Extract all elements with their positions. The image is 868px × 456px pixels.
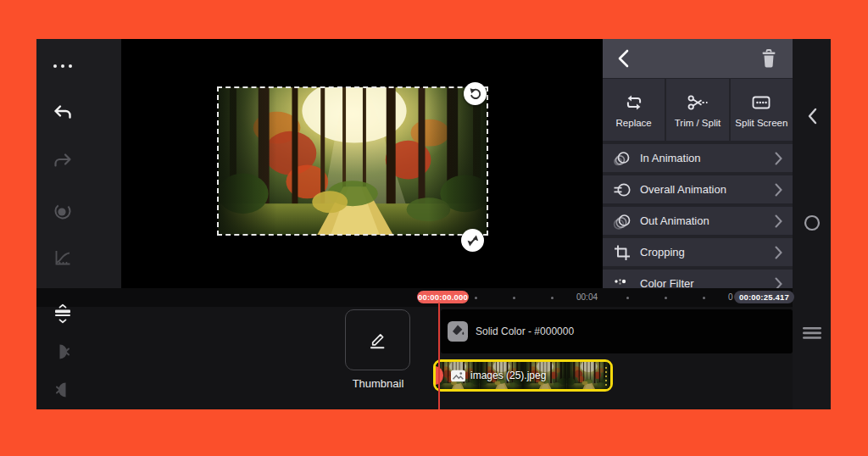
image-clip-selected[interactable]: images (25).jpeg [433,359,613,392]
trim-split-label: Trim / Split [675,118,721,128]
panel-item-in-animation[interactable]: In Animation [603,144,793,172]
chevron-right-icon [775,246,782,259]
replace-label: Replace [616,118,652,128]
clip-drag-dots[interactable] [605,367,607,386]
playhead[interactable] [438,303,440,409]
media-menu-button[interactable] [799,320,825,346]
jump-to-start-button[interactable] [44,333,81,370]
split-screen-icon [750,92,772,113]
keyframe-curve-icon [53,247,73,268]
panel-item-overall-animation[interactable]: Overall Animation [603,175,793,203]
solid-color-icon [448,321,468,342]
ruler-time-label: 00:04 [576,292,598,302]
left-toolbar [36,39,121,288]
timeline-expand-button[interactable] [44,295,81,332]
rotate-handle[interactable] [464,82,487,105]
solid-color-clip-label: Solid Color - #000000 [476,325,574,337]
panel-item-out-animation[interactable]: Out Animation [603,207,793,235]
record-circle-icon [804,214,821,231]
thumbnail-button[interactable] [345,309,410,370]
overall-animation-icon [613,181,632,198]
chevron-right-icon [775,183,782,197]
timeline-ruler[interactable]: 00:04 0 00:00:00.000 00:00:25.417 [36,288,793,307]
selected-image-layer[interactable] [218,87,487,235]
image-clip-label: images (25).jpeg [470,370,546,381]
panel-item-label: Out Animation [640,214,775,227]
capture-button[interactable] [44,192,81,230]
ruler-tick [551,297,554,299]
panel-header [603,39,793,78]
ruler-time-label-partial: 0 [728,292,733,302]
resize-arrows-icon [466,234,480,247]
chevron-left-icon [807,108,817,125]
collapse-panel-button[interactable] [799,103,825,129]
split-screen-label: Split Screen [735,118,787,128]
cropping-icon [613,244,632,261]
current-time-badge: 00:00:00.000 [417,291,469,303]
delete-button[interactable] [759,47,779,70]
color-filter-icon [613,275,632,289]
menu-icon [802,326,822,340]
resize-handle[interactable] [461,229,484,252]
in-animation-icon [613,150,632,167]
chevron-right-icon [775,152,782,165]
jump-to-end-button[interactable] [44,371,81,409]
trash-icon [759,47,779,70]
panel-item-color-filter[interactable]: Color Filter [603,270,793,288]
undo-icon [52,104,74,123]
more-dots-icon [52,63,74,70]
split-screen-button[interactable]: Split Screen [731,79,793,141]
replace-button[interactable]: Replace [603,79,665,141]
chevron-right-icon [775,277,782,289]
right-edge-bar [793,39,831,409]
layer-options-panel: Replace Trim / Split Split [603,39,793,288]
undo-button[interactable] [44,95,81,132]
redo-button[interactable] [44,143,81,181]
ruler-tick [665,297,667,299]
chevron-right-icon [775,214,782,228]
thumbnail-label: Thumbnail [335,377,421,390]
more-options-button[interactable] [44,47,81,85]
panel-action-buttons: Replace Trim / Split Split [603,79,793,141]
forest-image [218,87,487,235]
panel-item-label: Cropping [640,246,775,259]
timeline-expand-icon [53,303,73,324]
back-button[interactable] [616,48,630,69]
ruler-tick [513,297,515,299]
panel-item-label: Overall Animation [640,183,775,196]
ruler-tick [703,297,705,299]
record-button[interactable] [799,210,825,236]
solid-color-clip[interactable]: Solid Color - #000000 [441,309,793,353]
rotate-icon [469,87,482,101]
editor-window: Replace Trim / Split Split [36,39,831,409]
jump-end-icon [53,380,73,400]
panel-item-cropping[interactable]: Cropping [603,238,793,266]
ruler-tick [626,297,629,299]
panel-item-label: In Animation [640,152,775,164]
trim-split-button[interactable]: Trim / Split [666,79,728,141]
image-file-icon [450,369,466,383]
panel-item-label: Color Filter [640,277,775,288]
scissors-icon [687,92,709,113]
replace-icon [623,92,645,113]
keyframe-curve-button[interactable] [44,239,81,276]
redo-icon [52,153,74,171]
ruler-tick [475,297,477,299]
pencil-icon [367,329,389,351]
jump-start-icon [53,342,73,362]
capture-icon [53,201,73,221]
out-animation-icon [613,213,632,230]
timeline[interactable]: 00:04 0 00:00:00.000 00:00:25.417 Solid … [36,288,793,409]
back-icon [616,48,630,69]
end-time-badge: 00:00:25.417 [734,291,794,303]
